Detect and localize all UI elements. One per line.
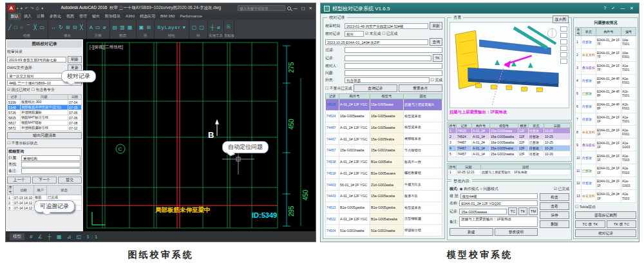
viewport-controls[interactable]: [-][俯视][二维线框] xyxy=(90,44,123,50)
record-row[interactable]: 7445715a-G001haaba15a-G001haaba节点板错位 xyxy=(326,145,442,157)
model-viewport[interactable] xyxy=(450,22,569,108)
status-row[interactable]: 10待整改E04A-01_2# 1F 1FA1a-T003 xyxy=(576,151,636,164)
class-select[interactable]: 包含筛选 xyxy=(345,77,430,83)
note-input[interactable] xyxy=(21,168,80,174)
save-button[interactable]: 保存 xyxy=(540,211,569,219)
query-records-button[interactable]: 查询记录 xyxy=(354,84,397,92)
model-tab[interactable]: 模型 xyxy=(10,233,24,240)
viewer-tool-icon[interactable] xyxy=(560,59,567,64)
ribbon-tab[interactable]: 附加模块 xyxy=(102,13,123,20)
ribbon-tab[interactable]: 插入 xyxy=(21,13,34,20)
status-row[interactable]: 7待整改E04A-01_2# 1F 1FA1a-T001 xyxy=(576,113,636,126)
status-toggle-icons[interactable]: # ∠ ┼ ▦ ⊿ ◱ 1:1 xyxy=(30,234,100,240)
done-checkbox[interactable]: ☑ 已完成 xyxy=(554,186,569,192)
delete-button[interactable]: 删除 xyxy=(540,220,569,228)
issue-row[interactable]: 5872补强钢筋漏标引线07-12 xyxy=(8,126,82,131)
next-button[interactable]: 下一个 xyxy=(32,177,56,184)
ribbon-group[interactable]: ╱ □ ○ ⌒ ╳ ▭ 绘图 xyxy=(6,20,48,39)
record-row[interactable]: 74522A-01_2# 12F YGCB1a-G005abeaba压型钢板漏 xyxy=(326,213,442,225)
detail-row[interactable]: 174525A-01_2#15a-G005aaaa12F待整改10-25 xyxy=(449,128,571,134)
log-row[interactable]: 110-25 12:21括腿与上层梁贯输出：1F装饰改 xyxy=(449,169,571,175)
tm-button[interactable]: TM xyxy=(529,207,538,215)
status-row[interactable]: 11已整改E04A-01_2# 1F 1FA1a-F003 xyxy=(576,164,636,177)
window-controls[interactable]: ? ✓ — ✕ xyxy=(604,6,636,11)
infocenter-search-input[interactable] xyxy=(238,5,285,11)
all-majors-checkbox[interactable]: ☐ 包含各专业 xyxy=(32,87,55,93)
search-icon[interactable] xyxy=(287,6,291,10)
ribbon-group[interactable]: A ▭ ⌀ 注释 xyxy=(87,20,110,39)
tc-to-tk-button[interactable]: TC 改 TK xyxy=(575,220,605,228)
status-row[interactable]: 12待整改E04A-01_2# 1F 1FA1a-G003 xyxy=(576,177,636,190)
floor-select[interactable]: 模型4#楼 xyxy=(460,193,538,199)
rectify-note-button[interactable]: 整改说明 xyxy=(495,228,538,236)
tekla-link-checkbox[interactable]: ☐ Tekla联动 xyxy=(575,204,636,210)
detail-row[interactable]: 374487A-01_2#16a-G005aaaba12F已整改10-25 xyxy=(449,140,571,146)
issue-row[interactable]: 5339板图纸比:30007-04 xyxy=(8,100,82,105)
hide-status-checkbox[interactable]: ☐ 不显示标识状态 xyxy=(7,140,82,146)
status-row[interactable]: 9叠加复核E04A-01_2# 1F 1FA1a-G003 xyxy=(576,139,636,151)
view-button[interactable]: 查看 xyxy=(540,202,569,210)
ribbon-group[interactable]: ByLayer ▾ 特性 xyxy=(155,20,189,39)
viewer-tool-icon[interactable] xyxy=(560,52,567,57)
ribbon-tab[interactable]: 参数化 xyxy=(47,13,64,20)
detail-row[interactable]: 474467A-01_1#15a-G005feaba13F待整改10-26 xyxy=(449,146,571,151)
name-field[interactable]: E04A-01_2# 12F YGQ30 xyxy=(459,200,538,206)
detail-row[interactable]: 274524A-01_1#16a-G005aaaba12F待整改10-25 xyxy=(449,134,571,140)
check-records-button[interactable]: 校对记录 xyxy=(575,229,636,237)
unfinished-checkbox[interactable]: ☑ 未完成 xyxy=(365,31,381,37)
ribbon-group-icons[interactable]: ▤ ▥ ▦ xyxy=(113,24,133,30)
issue-select[interactable] xyxy=(345,70,442,76)
issue-row[interactable]: 5726补强钢筋漏标07-05 xyxy=(8,110,82,115)
viewer-tool-icon[interactable] xyxy=(560,39,567,44)
record-row[interactable]: 74523B1a-G005gasbaB1a-G005gasba模型梁未改 xyxy=(326,202,442,213)
ribbon-group-icons[interactable]: ╱ □ ○ ⌒ ╳ ▭ xyxy=(8,24,45,31)
mode-select[interactable]: 校对 xyxy=(345,31,364,37)
record-row[interactable]: 7452416a-G005aaaba16a-G005aaaba模型梁未改 xyxy=(326,110,442,122)
ribbon-tab[interactable]: 注释 xyxy=(34,13,47,20)
status-row[interactable]: 3叠加复核E04A-01_2# 1F 7FA1a-T001 xyxy=(576,61,636,74)
finished-checkbox[interactable]: ☐ 已完成 xyxy=(382,31,397,37)
note-textarea[interactable]: 括腿与上层梁贯输出：1F装饰改 xyxy=(459,216,538,227)
ribbon-tab[interactable]: 输出 xyxy=(90,13,102,20)
export-issues-button[interactable]: 输出问题清单 xyxy=(7,132,82,139)
viewer-tool-icon[interactable] xyxy=(560,33,567,38)
record-row[interactable]: 74487A-01_2# 12F YGC16a-G005aaaba模型梁未改 xyxy=(326,122,442,133)
ribbon-tab[interactable]: 默认 xyxy=(8,13,21,20)
ribbon-group[interactable]: ▢ ▢ 组 xyxy=(189,20,208,39)
steel-model-view[interactable] xyxy=(450,23,569,108)
refresh-button[interactable]: 刷新 xyxy=(430,22,442,30)
record-field[interactable]: 15a-G005aaaaa xyxy=(459,209,507,215)
filter-input[interactable] xyxy=(345,47,442,53)
checker-select[interactable] xyxy=(345,63,442,69)
refresh-button[interactable]: 刷新 xyxy=(68,56,82,63)
time-select[interactable]: 2023-01-49 四安产业园花12#-52#楼 xyxy=(345,23,428,29)
record-row[interactable]: 7450451a-G001haaba51a-G001haaba焊缝标注错 xyxy=(326,225,442,236)
ribbon-group-icons[interactable]: A ▭ ⌀ xyxy=(90,24,107,30)
component-mode-radio[interactable]: ◉ 构件模式 xyxy=(460,186,479,192)
issue-row[interactable]: 5348局部板筋未伸至梁中(定位)07-05 xyxy=(8,105,82,110)
ribbon-tab[interactable]: A360 xyxy=(123,13,137,20)
record-row[interactable]: 74467A-01_1# 12F YGC15a-G005feaba楼梯板未改 xyxy=(326,133,442,145)
record-row[interactable]: 7446356-01_1# 2F YGCZ1d-G002aaba牛腿方向反 xyxy=(326,179,442,191)
status-row[interactable]: 4待整改E04A-01_2# 4F 8FA1a-F001 xyxy=(576,74,636,87)
ribbon-tab[interactable]: 精选应用 xyxy=(137,13,158,20)
ribbon-group-icons[interactable]: ⎘ xyxy=(227,24,231,30)
ribbon-group[interactable]: ↔ ↻ ⊞ ⊟ ╳ 修改 xyxy=(48,20,87,39)
viewer-tool-icon[interactable] xyxy=(560,26,567,32)
ribbon-tab[interactable]: Performance xyxy=(177,13,204,20)
issue-mode-radio[interactable]: ○ 问题模式 xyxy=(480,186,498,192)
record-row[interactable]: 74538A-01_2# 13F YGCB1a-G005aba标高不一致 xyxy=(326,156,442,168)
done-filter-checkbox[interactable]: ☐ 完成 xyxy=(431,77,442,83)
ribbon-tab[interactable]: BIM 360 xyxy=(158,13,177,20)
issue-row[interactable]: 5817钢筋M4T错标07-08 xyxy=(8,120,82,126)
belong-select[interactable]: 重钢结构 xyxy=(21,155,80,161)
record-row[interactable]: 74518A-01_2# 13F YGCB1a-G005asaea螺栓数量错 xyxy=(326,168,442,179)
status-row[interactable]: 6待整改E04A-01_2# 4F 8FA1b-F001 xyxy=(576,100,636,113)
ribbon-tab[interactable]: 视图 xyxy=(64,13,77,20)
query-button[interactable]: 查询 xyxy=(430,38,442,46)
status-row[interactable]: 1待整改E04A-01_2# 1F 7F1Aa-T001 xyxy=(576,36,636,49)
find-input[interactable] xyxy=(21,162,80,168)
issue-row[interactable]: 5815钢筋M4T标注引线07-06 xyxy=(8,115,82,120)
drawing-canvas[interactable]: [-][俯视][二维线框] 275 450 295 450 B C 局部板筋未伸… xyxy=(83,39,316,231)
new-button[interactable]: 新建 xyxy=(450,228,493,236)
